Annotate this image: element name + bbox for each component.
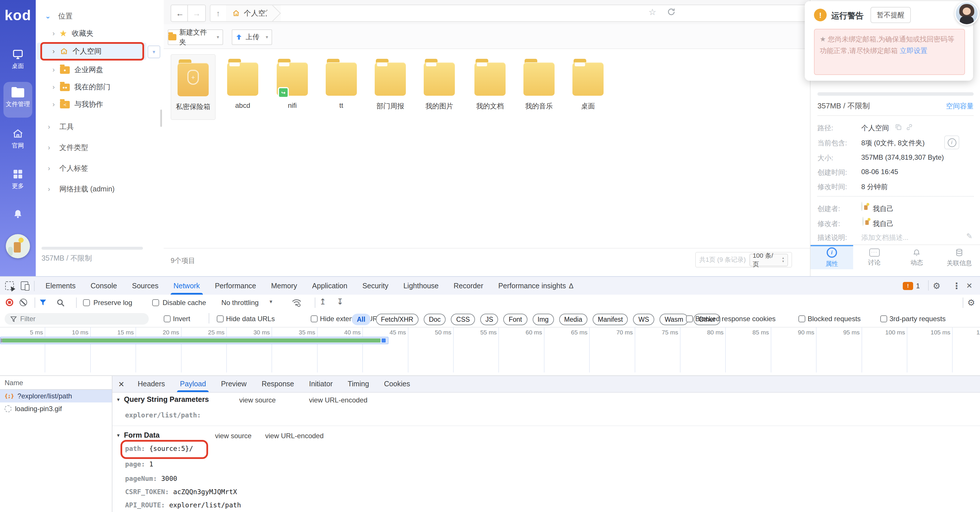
- tree-section-location[interactable]: ⌄ 位置: [36, 8, 164, 24]
- tree-section-network-mount[interactable]: › 网络挂载 (admin): [36, 181, 164, 197]
- blocked-requests-checkbox[interactable]: [799, 315, 805, 322]
- tree-item-shared-with-me[interactable]: › ≺ 与我协作: [36, 96, 164, 113]
- throttling-select[interactable]: No throttling: [221, 299, 259, 307]
- rail-item-website[interactable]: 官网: [0, 128, 36, 150]
- filter-funnel-icon[interactable]: [39, 299, 47, 306]
- file-tile[interactable]: 部门周报: [368, 54, 412, 119]
- tree-section-tools[interactable]: › 工具: [36, 119, 164, 135]
- hide-extension-urls-checkbox[interactable]: [311, 315, 318, 322]
- pencil-icon[interactable]: ✎: [966, 232, 972, 240]
- detail-tab-timing[interactable]: Timing: [340, 376, 376, 392]
- rail-item-file-manager[interactable]: 文件管理: [0, 86, 36, 108]
- filter-pill-manifest[interactable]: Manifest: [593, 314, 628, 325]
- info-button[interactable]: i: [944, 135, 959, 149]
- devtools-tab-network[interactable]: Network: [166, 277, 208, 295]
- form-view-source-link[interactable]: view source: [215, 432, 251, 440]
- chevron-right-icon[interactable]: ›: [46, 185, 52, 193]
- tree-item-personal-space[interactable]: › 个人空间: [36, 43, 164, 59]
- query-view-source-link[interactable]: view source: [239, 396, 276, 404]
- space-capacity-link[interactable]: 空间容量: [946, 102, 974, 111]
- notifications-bell-icon[interactable]: [13, 209, 23, 219]
- rail-user-avatar[interactable]: [6, 234, 30, 258]
- tree-scrollbar[interactable]: [160, 110, 162, 127]
- chevron-down-icon[interactable]: ⌄: [45, 12, 51, 20]
- query-string-title[interactable]: Query String Parameters: [124, 396, 209, 404]
- tab-discussion[interactable]: ··· 讨论: [853, 245, 896, 269]
- file-tile[interactable]: tt: [319, 54, 363, 119]
- filter-pill-css[interactable]: CSS: [451, 314, 475, 325]
- devtools-tab-security[interactable]: Security: [355, 277, 396, 295]
- devtools-tab-sources[interactable]: Sources: [124, 277, 166, 295]
- filter-pill-fetch-xhr[interactable]: Fetch/XHR: [375, 314, 418, 325]
- new-folder-button[interactable]: 新建文件夹: [168, 29, 214, 45]
- forward-button[interactable]: →: [187, 5, 206, 22]
- filter-pill-ws[interactable]: WS: [633, 314, 654, 325]
- close-detail-icon[interactable]: ✕: [118, 380, 124, 388]
- new-folder-dropdown[interactable]: ▾: [213, 29, 223, 45]
- up-arrow-icon[interactable]: ↑: [216, 9, 220, 18]
- third-party-checkbox[interactable]: [880, 315, 887, 322]
- filter-pill-js[interactable]: JS: [480, 314, 498, 325]
- devtools-tab-application[interactable]: Application: [305, 277, 355, 295]
- copy-icon[interactable]: [895, 123, 902, 131]
- export-har-icon[interactable]: ↧: [337, 297, 343, 306]
- file-tile[interactable]: 我的文档: [468, 54, 512, 119]
- tree-item-enterprise-disk[interactable]: › ● 企业网盘: [36, 62, 164, 78]
- network-conditions-icon[interactable]: [292, 298, 301, 307]
- back-button[interactable]: ←: [171, 5, 189, 22]
- devtools-tab-recorder[interactable]: Recorder: [446, 277, 491, 295]
- detail-tab-initiator[interactable]: Initiator: [301, 376, 340, 392]
- chevron-right-icon[interactable]: ›: [46, 123, 52, 131]
- tab-properties[interactable]: i 属性: [811, 245, 853, 269]
- filter-pill-all[interactable]: All: [352, 314, 371, 325]
- tab-related-info[interactable]: 关联信息: [938, 245, 980, 269]
- filter-pill-font[interactable]: Font: [504, 314, 527, 325]
- tree-section-personal-tags[interactable]: › 个人标签: [36, 160, 164, 176]
- preserve-log-checkbox[interactable]: [83, 299, 90, 306]
- section-caret-icon[interactable]: ▾: [117, 432, 119, 438]
- request-row[interactable]: loading-pin3.gif: [0, 402, 112, 415]
- chevron-right-icon[interactable]: ›: [50, 83, 57, 91]
- inspect-element-icon[interactable]: [5, 281, 14, 290]
- refresh-icon[interactable]: [667, 8, 676, 16]
- tab-activity[interactable]: 动态: [896, 245, 938, 269]
- detail-tab-headers[interactable]: Headers: [130, 376, 173, 392]
- tree-item-my-department[interactable]: › ●● 我在的部门: [36, 79, 164, 95]
- devtools-tab-memory[interactable]: Memory: [264, 277, 305, 295]
- detail-tab-cookies[interactable]: Cookies: [376, 376, 417, 392]
- bind-email-link[interactable]: 立即设置: [900, 47, 927, 55]
- devtools-tab-performance[interactable]: Performance: [207, 277, 263, 295]
- invert-checkbox[interactable]: [164, 315, 171, 322]
- network-overview-selection[interactable]: [0, 337, 388, 344]
- file-tile[interactable]: abcd: [221, 54, 265, 119]
- settings-gear-icon[interactable]: ⚙: [933, 281, 940, 291]
- disable-cache-checkbox[interactable]: [152, 299, 159, 306]
- chevron-right-icon[interactable]: ›: [50, 66, 57, 74]
- filter-input[interactable]: Filter: [5, 313, 149, 324]
- page-size-select[interactable]: 100 条/页 ▲▼: [749, 253, 788, 266]
- file-tile[interactable]: 我的图片: [417, 54, 461, 119]
- filter-pill-doc[interactable]: Doc: [424, 314, 446, 325]
- favorite-star-icon[interactable]: ☆: [649, 7, 656, 17]
- chevron-right-icon[interactable]: ›: [50, 100, 57, 108]
- file-tile-safebox[interactable]: + 私密保险箱: [171, 54, 216, 120]
- devtools-tab-lighthouse[interactable]: Lighthouse: [396, 277, 446, 295]
- upload-dropdown[interactable]: ▾: [262, 29, 272, 45]
- chevron-right-icon[interactable]: ›: [46, 143, 52, 152]
- detail-tab-response[interactable]: Response: [254, 376, 302, 392]
- request-row-selected[interactable]: {;} ?explorer/list/path: [0, 390, 112, 402]
- column-header-name[interactable]: Name: [0, 376, 112, 390]
- kod-logo[interactable]: kod: [0, 5, 36, 25]
- breadcrumb-bar[interactable]: ↑ 个人空间: [210, 5, 806, 22]
- rail-item-desktop[interactable]: 桌面: [0, 48, 36, 70]
- filter-pill-wasm[interactable]: Wasm: [659, 314, 688, 325]
- network-settings-gear-icon[interactable]: ⚙: [967, 297, 975, 308]
- network-timeline-ruler[interactable]: 5 ms 10 ms 15 ms 20 ms 25 ms 30 ms 35 ms…: [0, 327, 980, 372]
- chevron-right-icon[interactable]: ›: [50, 47, 57, 56]
- description-placeholder[interactable]: 添加文档描述...: [861, 233, 908, 243]
- import-har-icon[interactable]: ↥: [319, 297, 326, 306]
- devtools-tab-console[interactable]: Console: [83, 277, 124, 295]
- search-icon[interactable]: [56, 299, 65, 307]
- detail-tab-payload[interactable]: Payload: [172, 376, 213, 392]
- link-icon[interactable]: [906, 123, 913, 131]
